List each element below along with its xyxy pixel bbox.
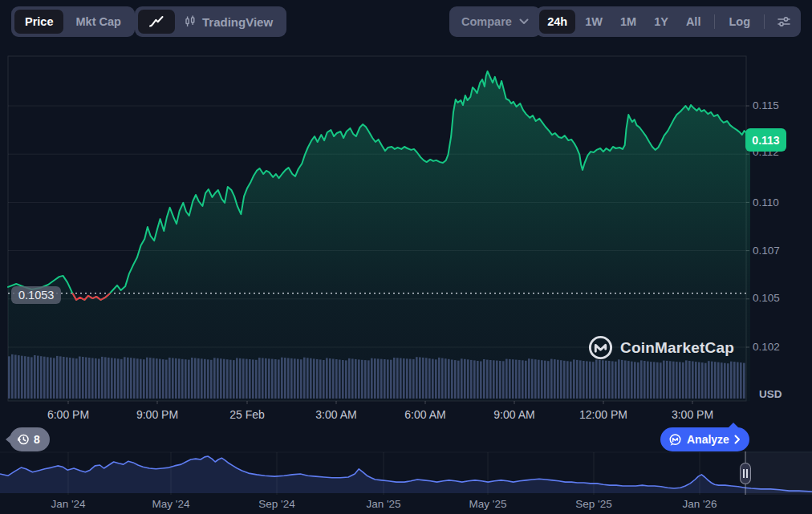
log-scale-button[interactable]: Log [721, 10, 758, 34]
minimap-date-label: Jan '24 [51, 498, 85, 510]
candlestick-icon [184, 15, 197, 28]
analyze-logo-icon [668, 433, 682, 447]
mktcap-tab[interactable]: Mkt Cap [65, 10, 131, 34]
analyze-button[interactable]: Analyze [660, 427, 749, 451]
compare-label: Compare [461, 15, 512, 28]
compare-button[interactable]: Compare [449, 6, 541, 37]
x-axis-label: 6:00 PM [47, 408, 89, 421]
minimap-date-label: Jan '25 [366, 498, 400, 510]
price-chart-widget: Price Mkt Cap TradingView Compare 24h 1W [0, 0, 812, 514]
watermark: CoinMarketCap [588, 335, 734, 360]
clock-history-icon [17, 433, 30, 446]
y-axis-label: 0.115 [753, 99, 779, 111]
minimap-date-label: Sep '25 [575, 498, 611, 510]
chart-type-toggle-group: TradingView [135, 6, 286, 37]
x-axis-label: 3:00 AM [315, 408, 356, 421]
minimap-date-label: May '24 [152, 498, 190, 510]
minimap-date-label: May '25 [469, 498, 507, 510]
metric-toggle-group: Price Mkt Cap [11, 6, 135, 37]
minimap-date-label: Sep '24 [258, 498, 294, 510]
x-axis-label: 6:00 AM [404, 408, 445, 421]
divider [764, 14, 765, 29]
x-axis-label: 12:00 PM [579, 408, 627, 421]
range-24h-button[interactable]: 24h [539, 10, 575, 34]
pause-handle-icon [743, 469, 745, 478]
tooltip-arrow [728, 423, 739, 428]
cmc-logo-icon [588, 335, 613, 360]
minimap-date-label: Jan '26 [682, 498, 717, 510]
y-axis-label: 0.107 [753, 245, 780, 257]
y-axis-unit-label: USD [759, 388, 782, 400]
y-axis-label: 0.105 [753, 292, 780, 304]
range-1w-button[interactable]: 1W [577, 10, 611, 34]
y-axis-label: 0.102 [753, 341, 780, 353]
tradingview-label: TradingView [202, 15, 273, 29]
x-axis-label: 9:00 PM [136, 408, 178, 421]
chart-settings-button[interactable] [770, 10, 798, 34]
range-1m-button[interactable]: 1M [612, 10, 644, 34]
x-axis-label: 3:00 PM [672, 408, 713, 421]
range-all-button[interactable]: All [678, 10, 709, 34]
x-axis-label: 9:00 AM [493, 408, 534, 421]
line-chart-mode-button[interactable] [138, 10, 175, 34]
minimap-scrubber-handle[interactable] [740, 463, 751, 484]
prev-close-label: 0.1053 [11, 286, 61, 304]
chevron-down-icon [519, 18, 529, 25]
tradingview-mode-button[interactable]: TradingView [177, 10, 283, 34]
analyze-label: Analyze [687, 433, 729, 446]
line-chart-icon [148, 15, 164, 28]
y-axis-label: 0.110 [753, 196, 779, 208]
chevron-right-icon [734, 435, 741, 444]
last-price-badge: 0.113 [745, 128, 786, 152]
range-1y-button[interactable]: 1Y [646, 10, 676, 34]
watermark-label: CoinMarketCap [620, 339, 734, 357]
history-count: 8 [34, 433, 40, 446]
analysis-history-button[interactable]: 8 [10, 427, 50, 451]
range-selector-group: 24h 1W 1M 1Y All Log [536, 6, 801, 37]
settings-sliders-icon [777, 15, 791, 28]
x-axis-label: 25 Feb [229, 408, 265, 421]
pause-handle-icon [746, 469, 748, 478]
price-tab[interactable]: Price [14, 10, 63, 34]
divider [714, 14, 715, 29]
